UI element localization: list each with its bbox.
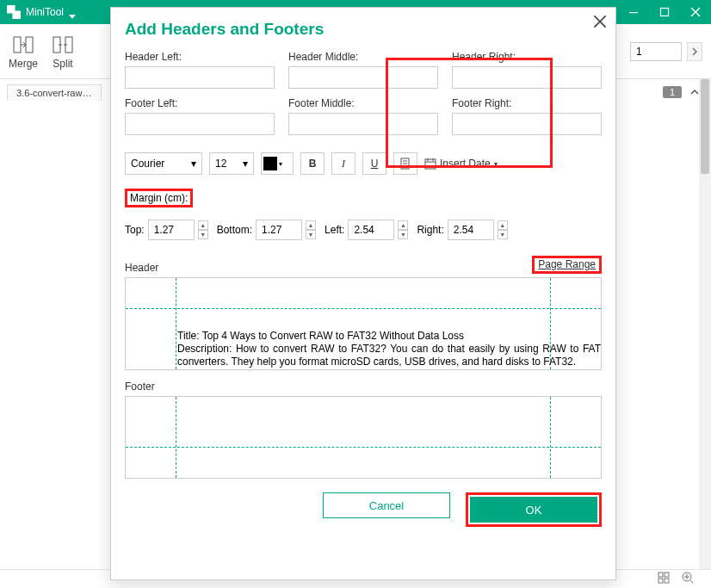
margin-bottom-spinner[interactable]: ▲▼ [306, 220, 316, 239]
header-preview: Title: Top 4 Ways to Convert RAW to FAT3… [125, 277, 602, 370]
margin-top-input[interactable] [148, 220, 195, 240]
split-label: Split [53, 58, 72, 70]
merge-label: Merge [9, 58, 38, 70]
footer-right-label: Footer Right: [452, 97, 602, 109]
header-left-input[interactable] [125, 66, 275, 89]
split-tool[interactable]: Split [52, 34, 74, 70]
font-size-select[interactable]: 12▾ [209, 152, 254, 175]
chevron-down-icon: ▾ [494, 160, 498, 168]
zoom-in-icon[interactable] [682, 572, 694, 586]
font-size-value: 12 [215, 158, 226, 170]
svg-rect-3 [26, 37, 33, 53]
vertical-scrollbar[interactable] [699, 79, 711, 569]
close-window-button[interactable] [680, 0, 711, 24]
split-icon [52, 34, 74, 56]
svg-rect-1 [661, 9, 669, 16]
preview-document-text: Title: Top 4 Ways to Convert RAW to FAT3… [177, 330, 601, 368]
underline-button[interactable]: U [362, 152, 386, 175]
minimize-button[interactable] [618, 0, 649, 24]
margin-left-label: Left: [325, 224, 344, 236]
header-middle-label: Header Middle: [288, 51, 438, 63]
footer-preview-label: Footer [125, 381, 155, 393]
svg-rect-2 [14, 37, 21, 53]
footer-middle-input[interactable] [288, 113, 438, 135]
app-title: MiniTool [26, 6, 64, 18]
bold-button[interactable]: B [300, 152, 325, 175]
insert-date-label: Insert Date [440, 158, 491, 170]
scrollbar-thumb[interactable] [701, 79, 709, 174]
insert-date-button[interactable]: Insert Date▾ [424, 158, 498, 170]
footer-preview [125, 396, 602, 479]
highlight-ok-button: OK [466, 492, 602, 527]
merge-icon [12, 34, 34, 56]
svg-rect-0 [629, 12, 638, 13]
next-page-button[interactable] [687, 42, 702, 61]
footer-right-input[interactable] [452, 113, 602, 135]
dialog-close-button[interactable] [593, 15, 607, 28]
italic-button[interactable]: I [331, 152, 356, 175]
margin-left-input[interactable] [348, 220, 394, 240]
color-swatch-icon [263, 157, 277, 170]
font-family-value: Courier [131, 158, 164, 170]
margin-bottom-label: Bottom: [217, 224, 252, 236]
title-dropdown-icon[interactable] [69, 9, 76, 15]
chevron-down-icon: ▾ [279, 160, 282, 168]
highlight-margin-label: Margin (cm): [125, 189, 193, 207]
chevron-down-icon: ▾ [191, 158, 196, 170]
svg-rect-9 [665, 579, 669, 583]
svg-rect-12 [425, 159, 436, 169]
calendar-icon [424, 158, 436, 170]
page-icon [399, 158, 411, 170]
page-number-input[interactable] [630, 42, 682, 61]
footer-middle-label: Footer Middle: [288, 97, 438, 109]
font-color-picker[interactable]: ▾ [261, 152, 294, 175]
document-tab[interactable]: 3.6-convert-raw-to [7, 84, 102, 101]
chevron-down-icon: ▾ [243, 158, 248, 170]
margin-right-spinner[interactable]: ▲▼ [498, 220, 508, 239]
svg-rect-8 [658, 579, 663, 583]
app-logo-icon [7, 5, 21, 19]
insert-page-number-button[interactable] [393, 152, 417, 175]
header-middle-input[interactable] [288, 66, 438, 89]
header-preview-label: Header [125, 262, 158, 274]
footer-left-label: Footer Left: [125, 97, 275, 109]
margin-label: Margin (cm): [130, 192, 188, 204]
thumbnail-view-icon[interactable] [658, 572, 670, 586]
footer-left-input[interactable] [125, 113, 275, 135]
margin-top-label: Top: [125, 224, 145, 236]
dialog-title: Add Headers and Footers [125, 20, 602, 39]
maximize-button[interactable] [649, 0, 680, 24]
close-icon [593, 15, 607, 28]
svg-rect-7 [665, 573, 669, 577]
margin-right-label: Right: [417, 224, 443, 236]
margin-bottom-input[interactable] [256, 220, 302, 240]
font-family-select[interactable]: Courier▾ [125, 152, 202, 175]
margin-top-spinner[interactable]: ▲▼ [198, 220, 208, 239]
margin-left-spinner[interactable]: ▲▼ [398, 220, 408, 239]
headers-footers-dialog: Add Headers and Footers Header Left: Hea… [110, 7, 616, 580]
svg-rect-6 [658, 573, 663, 577]
merge-tool[interactable]: Merge [9, 34, 38, 70]
header-right-label: Header Right: [452, 51, 602, 63]
margin-right-input[interactable] [448, 220, 494, 240]
header-left-label: Header Left: [125, 51, 275, 63]
page-badge: 1 [663, 86, 682, 98]
chevron-right-icon [690, 47, 699, 56]
ok-button[interactable]: OK [470, 497, 597, 523]
header-right-input[interactable] [452, 66, 602, 89]
page-range-link[interactable]: Page Range [532, 256, 602, 274]
cancel-button[interactable]: Cancel [323, 492, 450, 518]
